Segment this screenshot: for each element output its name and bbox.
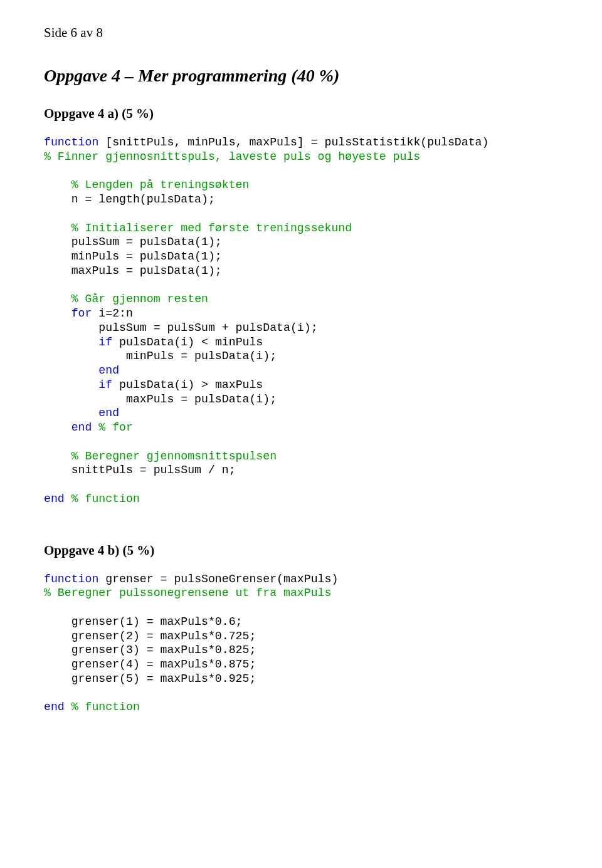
code-text: [snittPuls, minPuls, maxPuls] = pulsStat…: [98, 136, 488, 149]
page-number: Side 6 av 8: [44, 25, 558, 41]
code-text: maxPuls = pulsData(1);: [44, 264, 222, 277]
code-text: pulsData(i) > maxPuls: [112, 379, 263, 391]
code-text: pulsSum = pulsData(1);: [44, 236, 222, 248]
code-block-b: function grenser = pulsSoneGrenser(maxPu…: [44, 572, 558, 715]
code-text: grenser(5) = maxPuls*0.925;: [44, 672, 256, 685]
comment: % for: [92, 421, 133, 434]
keyword-end: end: [71, 421, 92, 434]
comment: % function: [65, 493, 140, 505]
keyword-if: if: [98, 336, 112, 348]
keyword-end: end: [98, 407, 119, 419]
heading-section-a: Oppgave 4 a) (5 %): [44, 106, 558, 122]
code-text: pulsSum = pulsSum + pulsData(i);: [44, 322, 318, 334]
comment: % Finner gjennosnittspuls, laveste puls …: [44, 150, 420, 163]
code-text: grenser = pulsSoneGrenser(maxPuls): [98, 573, 338, 585]
comment: % Går gjennom resten: [71, 293, 208, 305]
page-container: Side 6 av 8 Oppgave 4 – Mer programmerin…: [0, 0, 602, 771]
section-gap: [44, 525, 558, 543]
keyword-if: if: [98, 379, 112, 391]
keyword-end: end: [44, 701, 65, 713]
heading-main: Oppgave 4 – Mer programmering (40 %): [44, 66, 558, 86]
code-text: grenser(3) = maxPuls*0.825;: [44, 644, 256, 656]
comment: % Beregner pulssonegrensene ut fra maxPu…: [44, 587, 331, 599]
code-text: minPuls = pulsData(i);: [44, 350, 277, 362]
keyword-function: function: [44, 136, 98, 149]
code-text: n = length(pulsData);: [44, 193, 215, 206]
comment: % function: [65, 701, 140, 713]
code-text: grenser(2) = maxPuls*0.725;: [44, 630, 256, 642]
code-text: snittPuls = pulsSum / n;: [44, 464, 236, 476]
keyword-end: end: [98, 364, 119, 377]
code-text: minPuls = pulsData(1);: [44, 250, 222, 263]
code-text: grenser(4) = maxPuls*0.875;: [44, 658, 256, 671]
code-text: i=2:n: [92, 307, 133, 320]
code-text: grenser(1) = maxPuls*0.6;: [44, 615, 243, 628]
keyword-end: end: [44, 493, 65, 505]
heading-section-b: Oppgave 4 b) (5 %): [44, 543, 558, 558]
comment: % Beregner gjennomsnittspulsen: [71, 450, 277, 463]
code-block-a: function [snittPuls, minPuls, maxPuls] =…: [44, 135, 558, 506]
comment: % Lengden på treningsøkten: [71, 179, 250, 191]
comment: % Initialiserer med første treningssekun…: [71, 222, 352, 234]
code-text: maxPuls = pulsData(i);: [44, 393, 277, 405]
code-text: pulsData(i) < minPuls: [112, 336, 263, 348]
keyword-for: for: [71, 307, 92, 320]
keyword-function: function: [44, 573, 98, 585]
